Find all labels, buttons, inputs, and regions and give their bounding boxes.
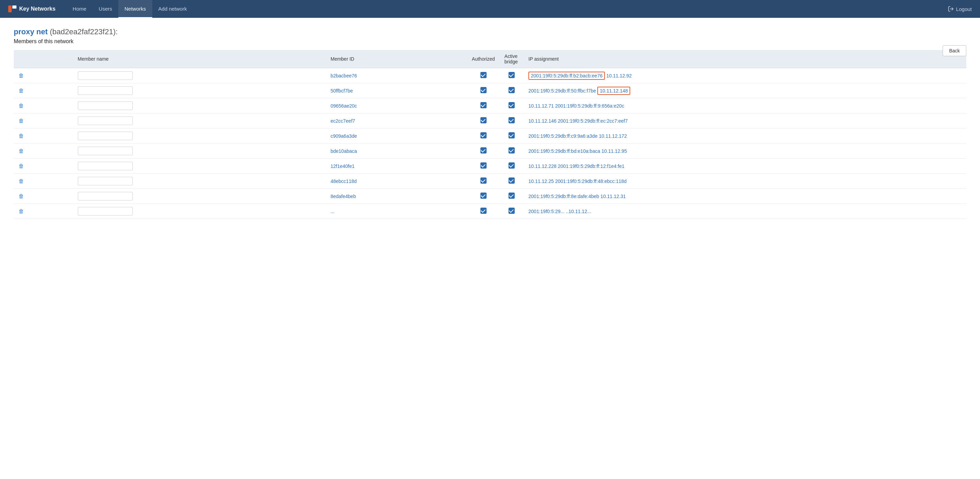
active-bridge-checkbox[interactable] <box>509 102 515 108</box>
member-id-link[interactable]: c909a6a3de <box>331 133 357 139</box>
ip-link[interactable]: 2001:19f0:5:29db:ff:12:f1e4:fe1 <box>558 163 624 169</box>
member-id-link[interactable]: ... <box>331 209 335 214</box>
member-id-link[interactable]: 09656ae20c <box>331 103 357 109</box>
member-name-input[interactable] <box>78 147 133 155</box>
authorized-checkbox[interactable] <box>480 193 487 199</box>
ip-link[interactable]: ..10.11.12... <box>566 209 591 214</box>
authorized-checkbox[interactable] <box>480 178 487 184</box>
delete-icon[interactable]: 🗑 <box>19 178 24 184</box>
nav-home[interactable]: Home <box>67 0 92 18</box>
svg-rect-0 <box>8 5 12 12</box>
table-row: 🗑ec2cc7eef710.11.12.1462001:19f0:5:29db:… <box>14 113 966 128</box>
active-bridge-checkbox[interactable] <box>509 162 515 168</box>
nav-add-network[interactable]: Add network <box>152 0 193 18</box>
ip-link[interactable]: 10.11.12.25 <box>528 179 554 184</box>
table-row: 🗑48ebcc118d10.11.12.252001:19f0:5:29db:f… <box>14 174 966 189</box>
delete-icon[interactable]: 🗑 <box>19 193 24 199</box>
back-button[interactable]: Back <box>943 45 966 56</box>
ip-link[interactable]: 10.11.12.31 <box>600 194 626 199</box>
delete-icon[interactable]: 🗑 <box>19 148 24 154</box>
member-name-input[interactable] <box>78 86 133 95</box>
ip-cell: 2001:19f0:5:29db:ff:bd:e10a:baca10.11.12… <box>528 148 961 154</box>
col-authorized: Authorized <box>467 50 500 68</box>
member-name-input[interactable] <box>78 71 133 80</box>
active-bridge-checkbox[interactable] <box>509 117 515 123</box>
delete-icon[interactable]: 🗑 <box>19 73 24 78</box>
authorized-checkbox[interactable] <box>480 148 487 154</box>
authorized-checkbox[interactable] <box>480 72 487 78</box>
brand-label: Key Networks <box>19 6 56 12</box>
table-row: 🗑b2bacbee762001:19f0:5:29db:ff:b2:bacb:e… <box>14 68 966 83</box>
active-bridge-checkbox[interactable] <box>509 132 515 138</box>
ip-highlight[interactable]: 2001:19f0:5:29db:ff:b2:bacb:ee76 <box>528 71 605 80</box>
member-name-input[interactable] <box>78 192 133 200</box>
delete-icon[interactable]: 🗑 <box>19 133 24 139</box>
navbar: Key Networks Home Users Networks Add net… <box>0 0 980 18</box>
member-id-link[interactable]: b2bacbee76 <box>331 73 357 78</box>
ip-link[interactable]: 2001:19f0:5:29db:ff:8e:dafe:4beb <box>528 194 599 199</box>
page-title: proxy net (bad2ea2faf223f21): <box>14 27 966 36</box>
ip-link[interactable]: 2001:19f0:5:29db:ff:bd:e10a:baca <box>528 148 600 154</box>
ip-link[interactable]: 10.11.12.172 <box>599 133 627 139</box>
ip-link[interactable]: 10.11.12.146 <box>528 118 557 124</box>
ip-cell: 10.11.12.1462001:19f0:5:29db:ff:ec:2cc7:… <box>528 118 961 124</box>
table-row: 🗑c909a6a3de2001:19f0:5:29db:ff:c9:9a6:a3… <box>14 128 966 144</box>
active-bridge-checkbox[interactable] <box>509 178 515 184</box>
member-id-link[interactable]: 50ffbcf7be <box>331 88 353 94</box>
member-name-input[interactable] <box>78 177 133 186</box>
active-bridge-checkbox[interactable] <box>509 72 515 78</box>
nav-users[interactable]: Users <box>92 0 118 18</box>
active-bridge-checkbox[interactable] <box>509 148 515 154</box>
ip-link[interactable]: 10.11.12.71 <box>528 103 554 109</box>
table-row: 🗑bde10abaca2001:19f0:5:29db:ff:bd:e10a:b… <box>14 144 966 159</box>
ip-highlight[interactable]: 10.11.12.148 <box>597 87 630 95</box>
ip-cell: 10.11.12.712001:19f0:5:29db:ff:9:656a:e2… <box>528 103 961 109</box>
member-id-link[interactable]: 12f1e40fe1 <box>331 163 355 169</box>
delete-icon[interactable]: 🗑 <box>19 163 24 169</box>
ip-link[interactable]: 10.11.12.92 <box>606 73 632 78</box>
ip-link[interactable]: 2001:19f0:5:29... <box>528 209 565 214</box>
ip-link[interactable]: 10.11.12.228 <box>528 163 557 169</box>
ip-cell: 2001:19f0:5:29db:ff:8e:dafe:4beb10.11.12… <box>528 194 961 199</box>
network-name: proxy net <box>14 27 48 36</box>
delete-icon[interactable]: 🗑 <box>19 88 24 94</box>
authorized-checkbox[interactable] <box>480 102 487 108</box>
nav-links: Home Users Networks Add network <box>67 0 193 18</box>
active-bridge-checkbox[interactable] <box>509 208 515 214</box>
member-name-input[interactable] <box>78 162 133 170</box>
col-member-name: Member name <box>73 50 326 68</box>
nav-networks[interactable]: Networks <box>118 0 152 18</box>
col-member-id: Member ID <box>326 50 467 68</box>
logout-button[interactable]: Logout <box>948 6 972 12</box>
member-name-input[interactable] <box>78 132 133 140</box>
ip-link[interactable]: 2001:19f0:5:29db:ff:50:ffbc:f7be <box>528 88 596 94</box>
delete-icon[interactable]: 🗑 <box>19 118 24 124</box>
member-id-link[interactable]: 8edafe4beb <box>331 194 356 199</box>
col-ip: IP assignment <box>523 50 966 68</box>
authorized-checkbox[interactable] <box>480 117 487 123</box>
member-id-link[interactable]: ec2cc7eef7 <box>331 118 355 124</box>
member-id-link[interactable]: 48ebcc118d <box>331 179 356 184</box>
delete-icon[interactable]: 🗑 <box>19 208 24 214</box>
logout-label: Logout <box>956 6 972 12</box>
delete-icon[interactable]: 🗑 <box>19 103 24 109</box>
member-id-link[interactable]: bde10abaca <box>331 148 357 154</box>
ip-link[interactable]: 2001:19f0:5:29db:ff:48:ebcc:118d <box>555 179 627 184</box>
active-bridge-checkbox[interactable] <box>509 87 515 93</box>
authorized-checkbox[interactable] <box>480 132 487 138</box>
authorized-checkbox[interactable] <box>480 208 487 214</box>
brand[interactable]: Key Networks <box>8 5 56 12</box>
ip-cell: 2001:19f0:5:29db:ff:c9:9a6:a3de10.11.12.… <box>528 133 961 139</box>
member-name-input[interactable] <box>78 102 133 110</box>
table-row: 🗑50ffbcf7be2001:19f0:5:29db:ff:50:ffbc:f… <box>14 83 966 98</box>
authorized-checkbox[interactable] <box>480 162 487 168</box>
ip-link[interactable]: 10.11.12.95 <box>601 148 627 154</box>
ip-link[interactable]: 2001:19f0:5:29db:ff:c9:9a6:a3de <box>528 133 597 139</box>
member-name-input[interactable] <box>78 207 133 216</box>
member-name-input[interactable] <box>78 116 133 125</box>
ip-link[interactable]: 2001:19f0:5:29db:ff:9:656a:e20c <box>555 103 624 109</box>
authorized-checkbox[interactable] <box>480 87 487 93</box>
ip-link[interactable]: 2001:19f0:5:29db:ff:ec:2cc7:eef7 <box>558 118 628 124</box>
active-bridge-checkbox[interactable] <box>509 193 515 199</box>
table-row: 🗑12f1e40fe110.11.12.2282001:19f0:5:29db:… <box>14 159 966 174</box>
